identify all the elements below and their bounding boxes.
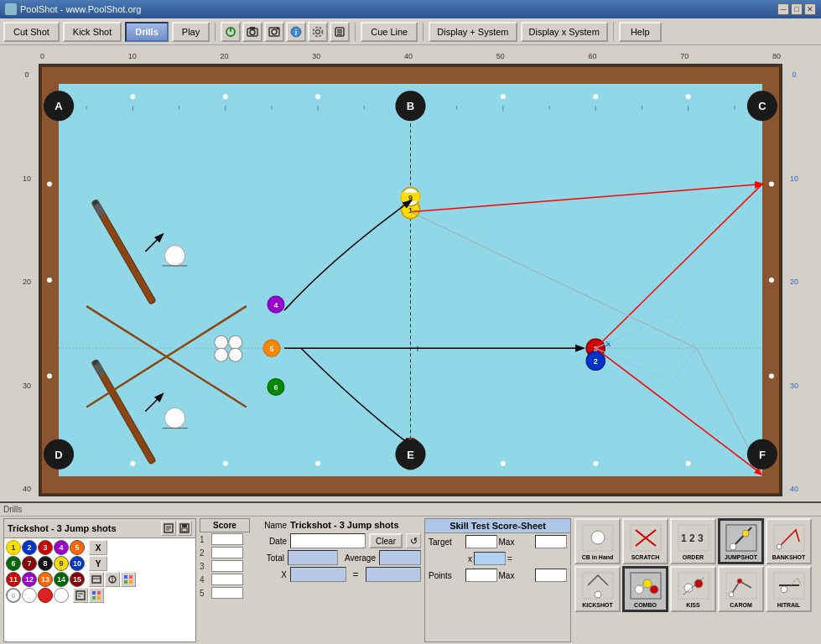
settings-icon-btn[interactable] <box>330 22 350 42</box>
svg-text:D: D <box>55 449 62 461</box>
ball-refresh[interactable]: ↺ <box>54 588 69 603</box>
svg-point-66 <box>229 348 242 361</box>
drills-button[interactable]: Drills <box>125 22 169 42</box>
carom-btn[interactable]: CAROM <box>718 566 764 612</box>
ball-7[interactable]: 7 <box>22 556 37 571</box>
svg-point-3 <box>250 29 255 34</box>
svg-rect-117 <box>182 524 187 527</box>
drill-icon-d[interactable] <box>73 588 88 603</box>
svg-rect-133 <box>97 596 101 600</box>
points-input[interactable] <box>465 569 497 582</box>
clear-button[interactable]: Clear <box>369 533 403 548</box>
x-calc-input[interactable] <box>474 552 506 565</box>
minimize-button[interactable]: ─ <box>777 3 789 15</box>
date-input[interactable] <box>290 533 366 548</box>
score-row-1: 1 <box>200 532 250 546</box>
ball-11[interactable]: 11 <box>6 572 21 587</box>
power-icon-btn[interactable] <box>221 22 241 42</box>
score-input-1[interactable] <box>211 533 243 545</box>
x-btn[interactable]: X <box>89 540 107 555</box>
ball-12[interactable]: 12 <box>22 572 37 587</box>
total-input[interactable] <box>288 550 338 565</box>
ball-14[interactable]: 14 <box>54 572 69 587</box>
order-btn[interactable]: 1 2 3 ORDER <box>670 518 716 564</box>
drill-icon-c[interactable] <box>121 572 136 587</box>
cb-in-hand-label: CB in Hand <box>582 554 614 560</box>
ball-5[interactable]: 5 <box>70 540 85 555</box>
help-button[interactable]: Help <box>619 22 662 42</box>
svg-point-21 <box>686 94 691 99</box>
cue-line-button[interactable]: Cue Line <box>361 22 418 42</box>
maximize-button[interactable]: □ <box>791 3 803 15</box>
ruler-label-60: 60 <box>588 52 596 64</box>
ruler-label-70: 70 <box>680 52 688 64</box>
max-input-2[interactable] <box>535 569 567 582</box>
cut-shot-button[interactable]: Cut Shot <box>3 22 60 42</box>
display-plus-system-button[interactable]: Display + System <box>429 22 517 42</box>
svg-line-93 <box>595 184 762 349</box>
svg-rect-13 <box>337 29 342 31</box>
svg-rect-131 <box>97 591 101 595</box>
photo-icon-btn[interactable] <box>264 22 284 42</box>
combo-btn[interactable]: COMBO <box>622 566 668 612</box>
svg-rect-126 <box>129 580 133 584</box>
drill-list-title: Trickshot - 3 Jump shots <box>8 523 117 533</box>
ball-10[interactable]: 10 <box>70 556 85 571</box>
drill-list-save-btn[interactable] <box>177 521 192 536</box>
kiss-btn[interactable]: KISS <box>670 566 716 612</box>
svg-text:9: 9 <box>408 194 413 202</box>
play-button[interactable]: Play <box>172 22 210 42</box>
scratch-btn[interactable]: SCRATCH <box>622 518 668 564</box>
average-input[interactable] <box>379 550 421 565</box>
ball-4[interactable]: 4 <box>54 540 69 555</box>
drill-icon-b[interactable] <box>105 572 120 587</box>
ball-3[interactable]: 3 <box>38 540 53 555</box>
info-icon-btn[interactable]: i <box>286 22 306 42</box>
jumpshot-btn[interactable]: JUMPSHOT <box>718 518 764 564</box>
svg-rect-14 <box>337 31 342 33</box>
y-btn[interactable]: Y <box>89 556 107 571</box>
svg-point-25 <box>501 461 506 466</box>
ball-red[interactable] <box>38 588 53 603</box>
x-input[interactable] <box>290 567 346 582</box>
ball-6[interactable]: 6 <box>6 556 21 571</box>
ball-15[interactable]: 15 <box>70 572 85 587</box>
svg-rect-132 <box>92 596 96 600</box>
kickshot-label: KICKSHOT <box>582 602 613 608</box>
svg-point-19 <box>501 94 506 99</box>
display-x-system-button[interactable]: Display x System <box>521 22 608 42</box>
close-button[interactable]: ✕ <box>804 3 816 15</box>
kickshot-btn[interactable]: KICKSHOT <box>574 566 621 612</box>
score-input-5[interactable] <box>211 587 243 599</box>
score-num-4: 4 <box>200 575 210 584</box>
drill-list-icons <box>161 521 192 536</box>
hitrail-btn[interactable]: HITRAIL <box>766 566 812 612</box>
drill-icon-e[interactable] <box>89 588 104 603</box>
ball-white-2[interactable] <box>22 588 37 603</box>
cb-in-hand-btn[interactable]: CB in Hand <box>574 518 621 564</box>
ball-13[interactable]: 13 <box>38 572 53 587</box>
ball-1[interactable]: 1 <box>6 540 21 555</box>
score-input-2[interactable] <box>211 547 243 558</box>
target-input[interactable] <box>465 535 497 548</box>
kick-shot-button[interactable]: Kick Shot <box>63 22 122 42</box>
drill-icon-a[interactable] <box>89 572 104 587</box>
refresh-button[interactable]: ↺ <box>406 533 421 548</box>
ball-8[interactable]: 8 <box>38 556 53 571</box>
camera-icon-btn[interactable] <box>242 22 262 42</box>
max-input-1[interactable] <box>535 535 567 548</box>
ball-9[interactable]: 9 <box>54 556 69 571</box>
svg-text:1 2 3: 1 2 3 <box>681 532 704 544</box>
gear-icon-btn[interactable] <box>308 22 328 42</box>
svg-line-92 <box>411 184 762 212</box>
svg-line-94 <box>595 348 762 475</box>
bankshot-btn[interactable]: BANKSHOT <box>766 518 812 564</box>
ball-white-1[interactable]: ○ <box>6 588 21 603</box>
ball-2[interactable]: 2 <box>22 540 37 555</box>
result-input[interactable] <box>366 567 422 582</box>
drill-list-icon-1[interactable] <box>161 521 176 536</box>
title-bar-controls[interactable]: ─ □ ✕ <box>777 3 816 15</box>
score-input-3[interactable] <box>211 560 243 572</box>
ruler-label-0: 0 <box>40 52 44 64</box>
score-input-4[interactable] <box>211 574 243 585</box>
